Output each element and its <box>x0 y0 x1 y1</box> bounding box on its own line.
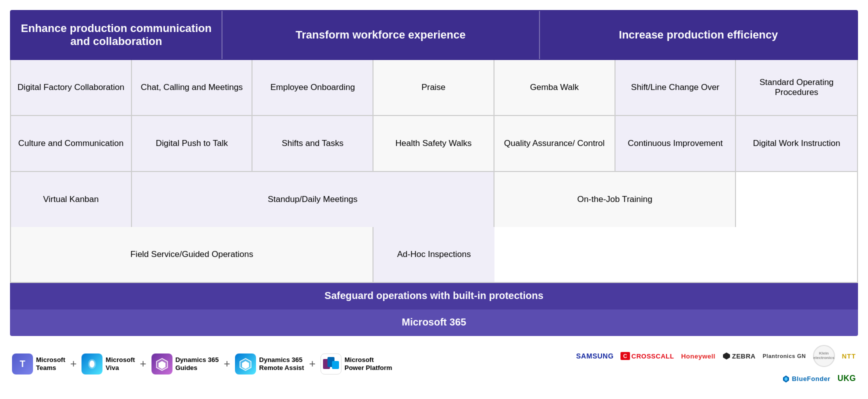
viva-icon <box>82 354 102 374</box>
power-platform-logo: Microsoft Power Platform <box>320 354 392 374</box>
powerplatform-label: Microsoft Power Platform <box>344 356 392 372</box>
grid-row-2: Culture and Communication Digital Push t… <box>11 116 857 172</box>
guides-label: Dynamics 365 Guides <box>176 356 219 372</box>
zebra-logo: ZEBRA <box>722 352 756 360</box>
cell-culture-comm: Culture and Communication <box>11 116 132 171</box>
header-row: Enhance production communication and col… <box>10 10 858 60</box>
safeguard-banner: Safeguard operations with built-in prote… <box>10 283 858 310</box>
svg-marker-12 <box>723 352 730 360</box>
plus-3: + <box>224 358 230 370</box>
cell-shift-line: Shift/Line Change Over <box>616 60 736 115</box>
blueyonder-logo: BlueFonder <box>782 374 830 382</box>
plus-2: + <box>140 358 146 370</box>
header-col2: Transform workforce experience <box>222 11 540 59</box>
teams-label: Microsoft Teams <box>36 356 66 372</box>
viva-label: Microsoft Viva <box>106 356 135 372</box>
cell-standard-op: Standard Operating Procedures <box>736 60 857 115</box>
grid-section: Digital Factory Collaboration Chat, Call… <box>10 60 858 283</box>
cell-continuous-improvement: Continuous Improvement <box>616 116 736 171</box>
main-container: Enhance production communication and col… <box>0 0 868 388</box>
guides-icon <box>152 354 172 374</box>
svg-rect-11 <box>332 361 339 369</box>
grid-row-3: Virtual Kanban Standup/Daily Meetings On… <box>11 172 857 282</box>
cell-digital-work: Digital Work Instruction <box>736 116 857 171</box>
microsoft-teams-logo: T Microsoft Teams <box>12 354 66 374</box>
cell-digital-push: Digital Push to Talk <box>132 116 253 171</box>
cell-shifts-tasks: Shifts and Tasks <box>252 116 374 171</box>
remote-icon <box>235 354 256 374</box>
crosscall-logo: C CROSSCALL <box>620 352 674 360</box>
cell-digital-factory: Digital Factory Collaboration <box>11 60 132 115</box>
cell-praise: Praise <box>374 60 494 115</box>
svg-point-4 <box>90 360 94 368</box>
m365-banner: Microsoft 365 <box>10 310 858 336</box>
microsoft-viva-logo: Microsoft Viva <box>82 354 135 374</box>
plantronics-logo: Plantronics GN <box>762 353 806 359</box>
footer-products: T Microsoft Teams + <box>12 354 392 374</box>
header-col3: Increase production efficiency <box>540 11 858 59</box>
footer-logos: T Microsoft Teams + <box>10 345 858 383</box>
samsung-logo: SAMSUNG <box>576 352 614 360</box>
ukg-logo: UKG <box>838 374 856 383</box>
cell-standup-meetings: Standup/Daily Meetings <box>132 172 494 227</box>
cell-gemba-walk: Gemba Walk <box>494 60 616 115</box>
honeywell-logo: Honeywell <box>681 352 716 360</box>
grid-row-1: Digital Factory Collaboration Chat, Call… <box>11 60 857 116</box>
plus-4: + <box>309 358 316 370</box>
d365-guides-logo: Dynamics 365 Guides <box>152 354 219 374</box>
klein-logo: Kleinelectronics <box>813 345 835 367</box>
cell-employee-onboarding: Employee Onboarding <box>252 60 374 115</box>
cell-field-service: Field Service/Guided Operations <box>11 227 374 282</box>
cell-chat-calling: Chat, Calling and Meetings <box>132 60 253 115</box>
cell-on-the-job: On-the-Job Training <box>494 172 736 227</box>
plus-1: + <box>70 358 77 370</box>
header-col1: Enhance production communication and col… <box>11 11 222 59</box>
cell-virtual-kanban: Virtual Kanban <box>11 172 132 227</box>
remote-label: Dynamics 365 Remote Assist <box>259 356 304 372</box>
d365-remote-logo: Dynamics 365 Remote Assist <box>235 354 304 374</box>
cell-health-safety: Health Safety Walks <box>374 116 494 171</box>
svg-text:T: T <box>20 359 26 369</box>
footer-partners: SAMSUNG C CROSSCALL Honeywell ZEBRA Plan… <box>566 345 856 383</box>
ntt-logo: NTT <box>842 352 856 360</box>
cell-adhoc-inspections: Ad-Hoc Inspections <box>374 227 494 282</box>
cell-quality-assurance: Quality Assurance/ Control <box>494 116 616 171</box>
teams-icon: T <box>12 354 33 374</box>
powerplatform-icon <box>320 354 342 374</box>
